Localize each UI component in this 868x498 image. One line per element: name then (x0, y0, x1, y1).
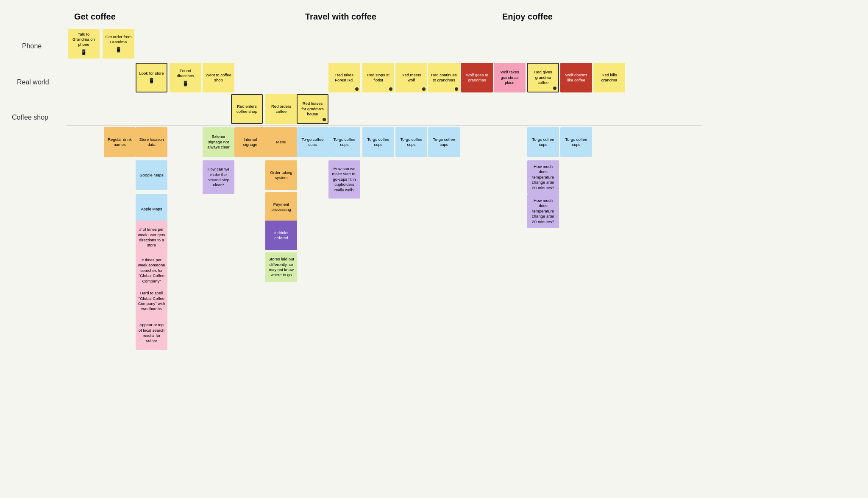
row-coffee-shop: Coffee shop (12, 114, 48, 121)
dot-indicator-6 (553, 87, 556, 90)
note-regular-drink-names[interactable]: Regular drink names (104, 127, 136, 157)
note-order-taking[interactable]: Order taking system (265, 160, 297, 190)
note-red-kills[interactable]: Red kills grandma (593, 63, 625, 92)
note-get-order[interactable]: Get order from Grandma 📱 (103, 29, 134, 59)
note-menu[interactable]: Menu (265, 127, 297, 157)
section-enjoy-coffee: Enjoy coffee (502, 12, 553, 22)
note-togo-5[interactable]: To-go coffee cups (428, 127, 460, 157)
note-went-coffee-shop[interactable]: Went to coffee shop (203, 63, 234, 92)
note-togo-7[interactable]: To-go coffee cups (560, 127, 592, 157)
phone-icon-4: 📱 (182, 81, 189, 87)
row-real-world: Real world (17, 78, 49, 86)
phone-icon-2: 📱 (115, 47, 122, 53)
note-found-directions[interactable]: Found directions 📱 (170, 63, 201, 92)
note-hard-spell[interactable]: Hard to spell "Global Coffee Company" wi… (136, 284, 167, 318)
note-temp-change-2[interactable]: How much does temperature change after 2… (527, 194, 559, 228)
note-cupholders[interactable]: How can we make sure to-go-cups fit in c… (328, 160, 360, 199)
dot-indicator-4 (422, 87, 426, 91)
note-drinks-ordered[interactable]: # drinks ordered (265, 221, 297, 250)
note-times-directions[interactable]: # of times per week user gets directions… (136, 221, 167, 255)
section-travel-coffee: Travel with coffee (305, 12, 376, 22)
row-phone: Phone (22, 42, 42, 50)
note-togo-1[interactable]: To-go coffee cups (297, 127, 328, 157)
phone-icon: 📱 (81, 49, 87, 56)
note-apple-maps[interactable]: Apple Maps (136, 194, 167, 224)
note-red-continues[interactable]: Red continues to grandmas (428, 63, 460, 92)
dot-indicator (323, 118, 326, 121)
main-canvas: Get coffee Travel with coffee Enjoy coff… (0, 0, 868, 498)
section-divider (66, 125, 701, 126)
note-talk-grandma[interactable]: Talk to Grandma on phone 📱 (68, 29, 100, 59)
note-store-location[interactable]: Store location data (136, 127, 167, 157)
note-togo-4[interactable]: To-go coffee cups (395, 127, 427, 157)
section-get-coffee: Get coffee (74, 12, 116, 22)
note-payment-processing[interactable]: Payment processing (265, 192, 297, 222)
note-google-maps[interactable]: Google Maps (136, 160, 167, 190)
note-red-stops-florist[interactable]: Red stops at florist (362, 63, 394, 92)
note-togo-6[interactable]: To-go coffee cups (527, 127, 559, 157)
note-temp-change-1[interactable]: How much does temperature change after 2… (527, 160, 559, 194)
note-red-leaves[interactable]: Red leaves for grndma's house (297, 94, 328, 124)
note-red-enters[interactable]: Red enters coffee shop (231, 94, 263, 124)
note-look-store[interactable]: Look for store 📱 (136, 63, 167, 92)
note-internal-signage[interactable]: Internal signage (234, 127, 266, 157)
dot-indicator-3 (389, 87, 392, 91)
note-wolf-goes[interactable]: Wolf goes to grandmas (461, 63, 493, 92)
note-red-meets-wolf[interactable]: Red meets wolf (395, 63, 427, 92)
note-red-gives-coffee[interactable]: Red gives grandma coffee (527, 63, 559, 92)
dot-indicator-5 (455, 87, 458, 91)
note-wolf-takes-place[interactable]: Wolf takes grandmas place (494, 63, 526, 92)
note-appear-top[interactable]: Appear at top of local search results fo… (136, 316, 167, 350)
note-times-searches[interactable]: # times per week someone searches for "G… (136, 254, 167, 288)
phone-icon-3: 📱 (148, 78, 155, 84)
note-second-step[interactable]: How can we make the second step clear? (203, 160, 234, 194)
note-exterior-signage[interactable]: Exterior signage not always clear (203, 127, 234, 157)
note-red-orders[interactable]: Red orders coffee (265, 94, 297, 124)
note-wolf-doesnt-like[interactable]: Wolf doesn't like coffee (560, 63, 592, 92)
dot-indicator-2 (355, 87, 359, 91)
note-red-takes-forest[interactable]: Red takes Forest Rd. (328, 63, 360, 92)
note-togo-2[interactable]: To-go coffee cups (328, 127, 360, 157)
note-togo-3[interactable]: To-go coffee cups (362, 127, 394, 157)
note-stores-different[interactable]: Stores laid out differently, so may not … (265, 252, 297, 282)
